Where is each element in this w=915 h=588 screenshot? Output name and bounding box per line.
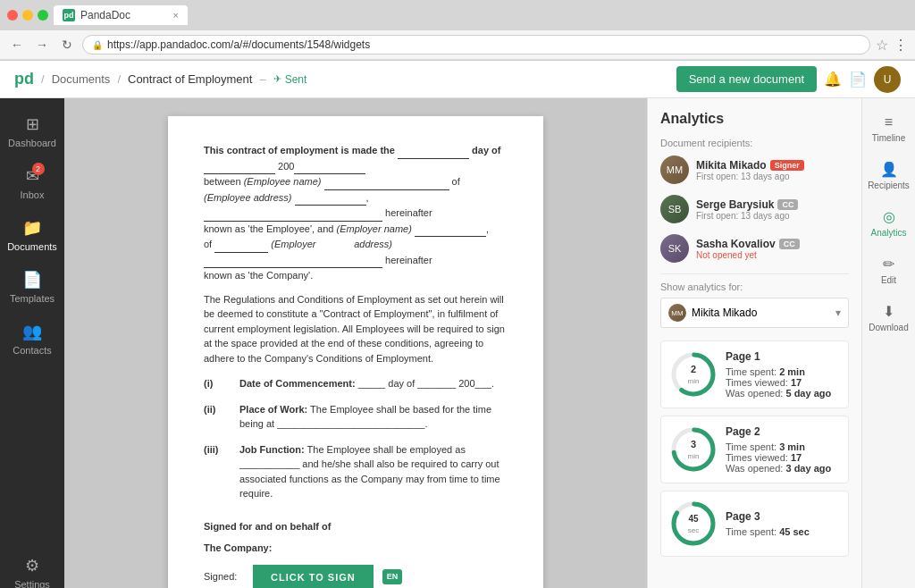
breadcrumb-dash: – — [259, 72, 265, 86]
tab-close-btn[interactable]: × — [173, 10, 179, 21]
recipient-name-1: Mikita Mikado Signer — [696, 159, 849, 172]
timeline-label: Timeline — [872, 133, 905, 143]
back-btn[interactable]: ← — [7, 35, 27, 55]
click-to-sign-btn[interactable]: CLICK TO SIGN — [253, 565, 374, 589]
maximize-window-btn[interactable] — [38, 10, 48, 21]
breadcrumb-sep2: / — [117, 72, 121, 86]
sidebar-label-settings: Settings — [14, 579, 50, 588]
gauge-svg-3: 45 sec — [670, 500, 717, 547]
recipients-label: Document recipients: — [660, 138, 849, 148]
recipient-avatar-1: MM — [660, 155, 689, 184]
page-stat-views-1: Times viewed: 17 — [726, 377, 839, 388]
sign-subtitle: The Company: — [204, 541, 508, 556]
analytics-panel: Analytics Document recipients: MM Mikita… — [647, 98, 861, 588]
url-text: https://app.pandadoc.com/a/#/documents/1… — [107, 38, 370, 51]
browser-tab[interactable]: pd PandaDoc × — [54, 5, 188, 25]
recipients-label-right: Recipients — [868, 181, 910, 190]
user-avatar[interactable]: U — [874, 66, 901, 93]
edit-icon: ✏ — [883, 256, 894, 273]
browser-chrome: pd PandaDoc × ← → ↻ 🔒 https://app.pandad… — [0, 0, 915, 61]
sidebar-item-contacts[interactable]: 👥 Contacts — [0, 313, 64, 365]
svg-text:sec: sec — [688, 526, 699, 534]
sidebar-item-inbox[interactable]: ✉ 2 Inbox — [0, 157, 64, 209]
document-area: This contract of employment is made the … — [64, 98, 647, 588]
list-text-2: Place of Work: The Employee shall be bas… — [239, 402, 508, 432]
page-title-2: Page 2 — [726, 425, 839, 438]
page-stat-time-3: Time spent: 45 sec — [726, 526, 839, 537]
recipient-initials-1: MM — [667, 164, 683, 175]
analytics-icon: ◎ — [883, 208, 895, 225]
page-card-3: 45 sec Page 3 Time spent: 45 sec — [660, 491, 849, 557]
right-sidebar-download[interactable]: ⬇ Download — [862, 294, 915, 341]
page-stat-time-2: Time spent: 3 min — [726, 441, 839, 452]
recipient-item-1: MM Mikita Mikado Signer First open: 13 d… — [660, 155, 849, 184]
document-paper: This contract of employment is made the … — [168, 116, 543, 588]
doc-status: ✈ Sent — [273, 73, 307, 86]
list-num-2: (ii) — [204, 402, 231, 432]
app-logo: pd — [14, 70, 34, 88]
download-label: Download — [869, 323, 908, 332]
sidebar-label-documents: Documents — [7, 241, 57, 252]
page-info-3: Page 3 Time spent: 45 sec — [726, 510, 839, 537]
sidebar-label-templates: Templates — [10, 293, 55, 304]
send-new-doc-btn[interactable]: Send a new document — [676, 66, 817, 92]
page-gauge-3: 45 sec — [670, 500, 717, 547]
url-bar[interactable]: 🔒 https://app.pandadoc.com/a/#/documents… — [82, 35, 870, 55]
dashboard-icon: ⊞ — [26, 114, 39, 134]
recipient-item-3: SK Sasha Kovaliov CC Not opened yet — [660, 234, 849, 263]
sign-title: Signed for and on behalf of — [204, 519, 508, 534]
inbox-icon: ✉ 2 — [26, 166, 39, 186]
recipient-name-2: Serge Barysiuk CC — [696, 198, 849, 211]
recipient-item-2: SB Serge Barysiuk CC First open: 13 days… — [660, 195, 849, 223]
app-body: ⊞ Dashboard ✉ 2 Inbox 📁 Documents 📄 Temp… — [0, 98, 915, 588]
templates-icon: 📄 — [22, 270, 42, 290]
sidebar-item-dashboard[interactable]: ⊞ Dashboard — [0, 105, 64, 157]
page-gauge-2: 3 min — [670, 426, 717, 473]
svg-text:min: min — [688, 377, 700, 385]
browser-menu-btn[interactable]: ⋮ — [894, 37, 908, 54]
contacts-icon: 👥 — [22, 322, 42, 341]
list-item-2: (ii) Place of Work: The Employee shall b… — [204, 402, 508, 432]
breadcrumb-documents[interactable]: Documents — [52, 72, 111, 86]
recipient-name-3: Sasha Kovaliov CC — [696, 238, 849, 250]
lock-icon: 🔒 — [92, 40, 103, 50]
svg-text:2: 2 — [691, 364, 696, 374]
file-btn[interactable]: 📄 — [849, 71, 867, 88]
recipient-info-3: Sasha Kovaliov CC Not opened yet — [696, 238, 849, 260]
inbox-badge: 2 — [32, 163, 45, 175]
reload-btn[interactable]: ↻ — [57, 35, 77, 55]
analytics-recipient-select[interactable]: MM Mikita Mikado ▾ — [660, 298, 849, 328]
right-sidebar-timeline[interactable]: ≡ Timeline — [862, 105, 915, 152]
settings-icon: ⚙ — [25, 556, 39, 575]
signed-label: Signed: — [204, 569, 244, 584]
right-sidebar-analytics[interactable]: ◎ Analytics — [862, 199, 915, 247]
doc-paragraph1: This contract of employment is made the … — [204, 143, 508, 283]
minimize-window-btn[interactable] — [22, 10, 33, 21]
close-window-btn[interactable] — [7, 10, 18, 21]
app-header: pd / Documents / Contract of Employment … — [0, 61, 915, 98]
forward-btn[interactable]: → — [32, 35, 52, 55]
recipients-icon: 👤 — [880, 161, 898, 178]
right-sidebar-recipients[interactable]: 👤 Recipients — [862, 152, 915, 199]
left-sidebar: ⊞ Dashboard ✉ 2 Inbox 📁 Documents 📄 Temp… — [0, 98, 64, 588]
page-stat-opened-1: Was opened: 5 day ago — [726, 388, 839, 399]
send-icon: ✈ — [273, 73, 281, 85]
recipient-info-2: Serge Barysiuk CC First open: 13 days ag… — [696, 198, 849, 221]
bookmark-btn[interactable]: ☆ — [876, 37, 888, 54]
svg-text:min: min — [688, 452, 700, 460]
svg-text:3: 3 — [691, 439, 696, 449]
page-title-3: Page 3 — [726, 510, 839, 523]
sidebar-item-templates[interactable]: 📄 Templates — [0, 261, 64, 313]
list-item-1: (i) Date of Commencement: _____ day of _… — [204, 376, 508, 391]
sidebar-item-documents[interactable]: 📁 Documents — [0, 209, 64, 261]
list-num-1: (i) — [204, 376, 231, 391]
signer-badge-1: Signer — [770, 160, 804, 171]
notification-btn[interactable]: 🔔 — [824, 71, 842, 88]
right-sidebar-edit[interactable]: ✏ Edit — [862, 247, 915, 294]
page-info-2: Page 2 Time spent: 3 min Times viewed: 1… — [726, 425, 839, 474]
doc-paragraph2: The Regulations and Conditions of Employ… — [204, 292, 508, 366]
list-num-3: (iii) — [204, 442, 231, 501]
sidebar-item-settings[interactable]: ⚙ Settings — [0, 547, 64, 588]
sidebar-label-dashboard: Dashboard — [8, 138, 56, 148]
browser-titlebar: pd PandaDoc × — [0, 0, 915, 30]
